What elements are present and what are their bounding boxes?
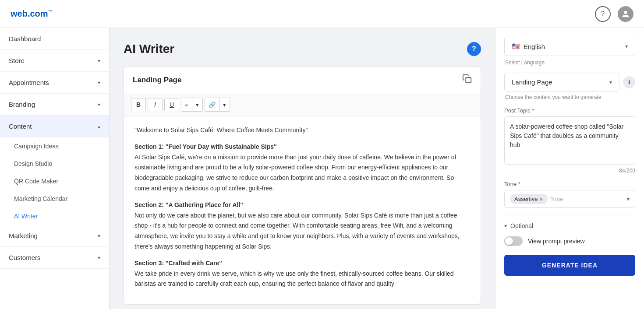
- help-icon-button[interactable]: ?: [595, 6, 611, 22]
- sidebar-item-qr-code-maker[interactable]: QR Code Maker: [0, 172, 109, 190]
- sidebar-item-label: Marketing: [9, 232, 38, 239]
- language-value: English: [524, 43, 545, 50]
- right-panel: 🇺🇸 English ▾ Select Language Landing Pag…: [495, 28, 644, 309]
- view-prompt-toggle[interactable]: [504, 236, 523, 246]
- editor-paragraph: "Welcome to Solar Sips Café: Where Coffe…: [134, 125, 470, 136]
- sidebar-item-content[interactable]: Content ▴: [0, 116, 109, 137]
- list-dropdown-button[interactable]: ▾: [192, 98, 202, 111]
- italic-button[interactable]: I: [148, 98, 163, 111]
- sidebar-subitem-label: Campaign Ideas: [14, 143, 59, 150]
- sidebar-item-design-studio[interactable]: Design Studio: [0, 155, 109, 172]
- sidebar-item-customers[interactable]: Customers ▾: [0, 247, 109, 269]
- optional-row[interactable]: ▾ Optional: [504, 222, 635, 229]
- sidebar-subitem-label: Marketing Calendar: [14, 195, 67, 202]
- editor-paragraph: Section 1: "Fuel Your Day with Sustainab…: [134, 142, 470, 194]
- sidebar-item-label: Branding: [9, 101, 35, 108]
- tone-label: Tone *: [504, 181, 635, 187]
- sidebar-item-dashboard[interactable]: Dashboard: [0, 28, 109, 50]
- logo-text: web.com: [11, 9, 48, 18]
- main-content: AI Writer ? Landing Page B I U: [110, 28, 495, 309]
- editor-toolbar: B I U ≡ ▾ 🔗: [124, 93, 481, 116]
- underline-button[interactable]: U: [164, 98, 179, 111]
- chevron-down-icon: ▾: [504, 223, 507, 229]
- language-label: 🇺🇸 English: [512, 42, 545, 50]
- top-nav-actions: ?: [595, 6, 633, 22]
- list-button[interactable]: ≡: [181, 98, 192, 111]
- sidebar-subitem-label: QR Code Maker: [14, 178, 58, 185]
- toggle-knob: [505, 237, 513, 245]
- sidebar: Dashboard Store ▾ Appointments ▾ Brandin…: [0, 28, 110, 309]
- link-button[interactable]: 🔗: [205, 98, 219, 111]
- chevron-down-icon: ▾: [98, 102, 100, 108]
- post-topic-textarea[interactable]: A solar-powered coffee shop called "Sola…: [504, 116, 635, 165]
- content-type-select-wrap: Landing Page ▾: [504, 73, 619, 91]
- sidebar-item-branding[interactable]: Branding ▾: [0, 94, 109, 116]
- avatar-button[interactable]: [618, 6, 633, 22]
- bold-label: B: [136, 101, 141, 108]
- editor-body[interactable]: "Welcome to Solar Sips Café: Where Coffe…: [124, 116, 481, 304]
- link-dropdown-button[interactable]: ▾: [219, 98, 230, 111]
- view-prompt-label: View prompt preview: [528, 238, 585, 245]
- content-type-select[interactable]: Landing Page ▾: [505, 73, 619, 91]
- chevron-down-icon: ▾: [609, 79, 612, 85]
- sidebar-item-marketing[interactable]: Marketing ▾: [0, 225, 109, 247]
- tone-input[interactable]: Assertive × Tone ▾: [504, 190, 635, 208]
- info-icon[interactable]: ℹ: [623, 76, 635, 88]
- copy-button[interactable]: [462, 74, 472, 86]
- choose-content-hint: Choose the content you want to generate: [504, 94, 635, 100]
- language-select[interactable]: 🇺🇸 English ▾: [505, 37, 635, 56]
- logo: web.com™: [11, 9, 53, 19]
- bold-button[interactable]: B: [131, 98, 146, 111]
- page-title: AI Writer: [124, 42, 174, 56]
- sidebar-item-marketing-calendar[interactable]: Marketing Calendar: [0, 190, 109, 207]
- link-button-group: 🔗 ▾: [205, 98, 230, 112]
- generate-idea-button[interactable]: GENERATE IDEA: [504, 255, 635, 276]
- chevron-down-icon: ▾: [98, 80, 100, 86]
- post-topic-label: Post Topic *: [504, 107, 635, 114]
- editor-paragraph: Section 3: "Crafted with Care" We take p…: [134, 258, 470, 289]
- sidebar-item-label: Customers: [9, 254, 41, 261]
- tone-row: Tone * Assertive × Tone ▾: [504, 181, 635, 208]
- content-type-row: Landing Page ▾ ℹ: [504, 73, 635, 91]
- italic-label: I: [154, 101, 156, 108]
- main-layout: Dashboard Store ▾ Appointments ▾ Brandin…: [0, 28, 644, 309]
- chevron-down-icon: ▾: [98, 233, 100, 239]
- sidebar-item-store[interactable]: Store ▾: [0, 50, 109, 72]
- sidebar-item-appointments[interactable]: Appointments ▾: [0, 72, 109, 94]
- sidebar-item-campaign-ideas[interactable]: Campaign Ideas: [0, 137, 109, 155]
- remove-tone-tag-button[interactable]: ×: [539, 196, 543, 202]
- chevron-down-icon: ▾: [98, 255, 100, 261]
- select-language-hint: Select Language: [504, 60, 635, 66]
- toggle-row: View prompt preview: [504, 236, 635, 246]
- sidebar-subitem-label: Design Studio: [14, 160, 52, 167]
- top-nav: web.com™ ?: [0, 0, 644, 28]
- info-circle-icon: ℹ: [628, 79, 630, 85]
- chevron-up-icon: ▴: [98, 123, 100, 130]
- generate-button-label: GENERATE IDEA: [542, 262, 598, 269]
- sidebar-item-ai-writer[interactable]: AI Writer: [0, 207, 109, 225]
- page-header: AI Writer ?: [124, 42, 481, 56]
- flag-icon: 🇺🇸: [512, 42, 520, 50]
- underline-label: U: [170, 101, 174, 108]
- sidebar-item-label: Store: [9, 57, 25, 64]
- editor-card-header: Landing Page: [124, 67, 481, 93]
- chevron-down-icon: ▾: [223, 102, 226, 108]
- divider: [504, 215, 635, 215]
- help-icon: ?: [601, 10, 605, 18]
- chevron-down-icon: ▾: [625, 43, 628, 49]
- user-icon: [622, 10, 630, 18]
- chevron-down-icon: ▾: [627, 196, 630, 202]
- chevron-down-icon: ▾: [196, 102, 199, 108]
- sidebar-subitem-label: AI Writer: [14, 213, 38, 220]
- sidebar-item-label: Appointments: [9, 79, 49, 86]
- optional-label: Optional: [510, 222, 533, 229]
- copy-icon: [462, 74, 472, 84]
- svg-rect-0: [466, 77, 471, 83]
- editor-card: Landing Page B I U ≡: [124, 67, 481, 305]
- help-circle-icon[interactable]: ?: [467, 42, 481, 56]
- editor-paragraph: Section 2: "A Gathering Place for All" N…: [134, 200, 470, 252]
- editor-card-title: Landing Page: [133, 76, 181, 84]
- list-button-group: ≡ ▾: [181, 98, 203, 112]
- content-subitems: Campaign Ideas Design Studio QR Code Mak…: [0, 137, 109, 225]
- content-type-label: Landing Page: [512, 78, 552, 86]
